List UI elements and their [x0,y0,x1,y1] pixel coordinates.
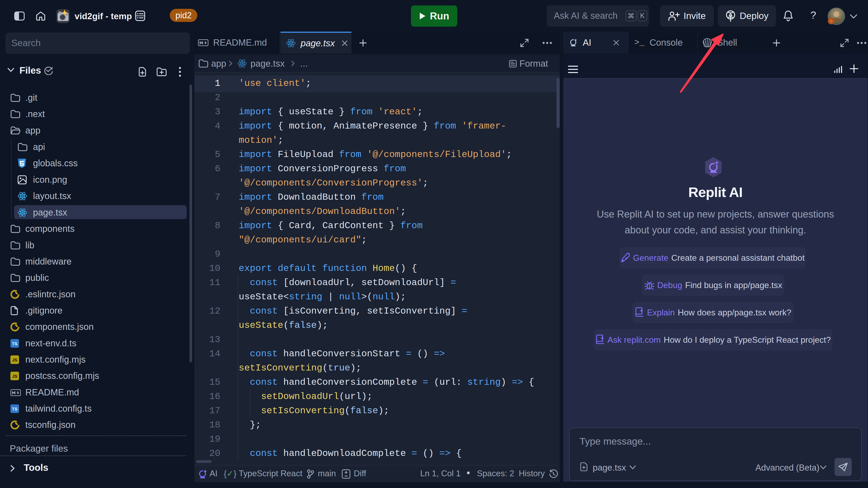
svg-text:JS: JS [12,374,17,379]
svg-text:TS: TS [12,407,18,412]
svg-text:TS: TS [12,341,18,346]
svg-text:JS: JS [12,358,17,362]
